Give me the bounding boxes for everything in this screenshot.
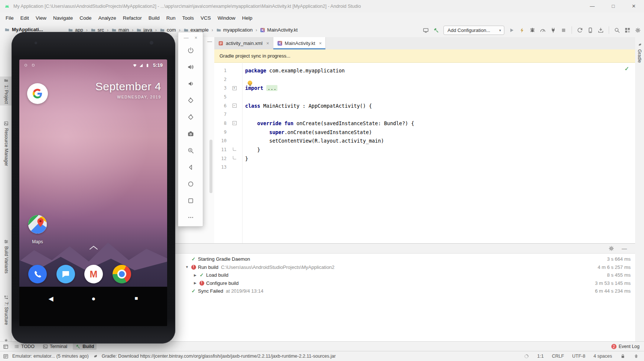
toolwindow-build[interactable]: Build	[73, 343, 97, 350]
close-button[interactable]: ✕	[632, 3, 636, 9]
nav-back-icon[interactable]: ◀	[46, 295, 55, 303]
menu-navigate[interactable]: Navigate	[50, 14, 76, 22]
highlighting-level-icon[interactable]	[634, 354, 639, 359]
fold-toggle-icon[interactable]: −	[232, 104, 237, 108]
sdk-manager-icon[interactable]	[598, 27, 604, 33]
breadcrumb-project-root[interactable]: MyApplicati...	[4, 27, 43, 32]
fold-gutter[interactable]	[227, 157, 242, 159]
minimize-panel-icon[interactable]: —	[622, 245, 627, 251]
code-text[interactable]: super.onCreate(savedInstanceState)	[242, 129, 635, 135]
nav-home-icon[interactable]: ●	[89, 295, 98, 303]
hide-panel-icon[interactable]: —	[207, 39, 212, 44]
emulator-rotate-left-button[interactable]	[178, 92, 203, 109]
app-drawer-chevron-icon[interactable]	[88, 245, 99, 252]
menu-file[interactable]: File	[2, 14, 17, 22]
run-icon[interactable]	[508, 27, 515, 33]
code-text[interactable]: setContentView(R.layout.activity_main)	[242, 138, 635, 144]
editor-tab-mainactivity-kt[interactable]: MainActivity.kt×	[273, 37, 326, 49]
tool-windows-icon[interactable]	[3, 344, 9, 349]
phone-app-icon[interactable]	[28, 265, 47, 283]
toolwindow-terminal[interactable]: Terminal	[40, 343, 70, 350]
menu-build[interactable]: Build	[145, 14, 163, 22]
avd-manager-icon[interactable]	[587, 27, 593, 33]
code-text[interactable]: import ...	[242, 85, 635, 91]
emulator-back-button[interactable]	[178, 159, 203, 176]
fold-gutter[interactable]	[227, 149, 242, 151]
emulator-overview-button[interactable]	[178, 192, 203, 209]
chrome-app-icon[interactable]	[113, 265, 131, 283]
code-text[interactable]: }	[242, 147, 635, 153]
expand-right-icon[interactable]: ▶	[192, 281, 198, 285]
fold-toggle-icon[interactable]: +	[232, 86, 237, 90]
debug-icon[interactable]	[529, 27, 536, 33]
monitor-icon[interactable]	[423, 27, 429, 33]
code-text[interactable]: package com.example.myapplication	[242, 68, 635, 74]
event-log-button[interactable]: 2 Event Log	[611, 344, 640, 349]
fold-gutter[interactable]: −	[227, 104, 242, 108]
menu-view[interactable]: View	[32, 14, 50, 22]
expand-down-icon[interactable]: ▼	[184, 265, 190, 269]
minimize-button[interactable]: —	[590, 3, 595, 9]
emulator-power-button[interactable]	[178, 42, 203, 59]
build-hammer-icon[interactable]	[433, 27, 439, 33]
google-search-widget[interactable]	[27, 83, 48, 104]
sync-gradle-icon[interactable]	[577, 27, 583, 33]
stripe-gradle[interactable]: Gradle	[635, 41, 644, 64]
fold-gutter[interactable]: −	[227, 121, 242, 125]
close-tab-icon[interactable]: ×	[266, 40, 269, 46]
expand-right-icon[interactable]: ▶	[192, 273, 198, 277]
emulator-rotate-right-button[interactable]	[178, 109, 203, 126]
apply-changes-icon[interactable]	[519, 27, 525, 33]
gmail-app-icon[interactable]: M	[84, 265, 103, 283]
menu-vcs[interactable]: VCS	[197, 14, 214, 22]
stripe-7-structure[interactable]: 7: Structure	[0, 293, 12, 326]
editor-tab-activity-main-xml[interactable]: activity_main.xml×	[214, 37, 273, 49]
settings-icon[interactable]	[635, 27, 641, 33]
menu-code[interactable]: Code	[76, 14, 95, 22]
code-text[interactable]: class MainActivity : AppCompatActivity()…	[242, 103, 635, 109]
inspection-status-icon[interactable]: ✓	[624, 65, 629, 72]
indent-indicator[interactable]: 4 spaces	[593, 354, 612, 359]
run-configuration-combo[interactable]: Add Configuration...▾	[443, 26, 504, 35]
search-icon[interactable]	[614, 27, 620, 33]
menu-analyze[interactable]: Analyze	[95, 14, 120, 22]
stripe-build-variants[interactable]: Build Variants	[0, 238, 12, 275]
maps-app-icon[interactable]	[28, 215, 47, 234]
stop-icon[interactable]	[560, 27, 567, 33]
code-editor[interactable]: 1package com.example.myapplication23+imp…	[214, 62, 635, 243]
stripe-resource-manager[interactable]: Resource Manager	[0, 120, 12, 168]
stripe-1-project[interactable]: 1: Project	[0, 77, 12, 105]
project-structure-icon[interactable]	[624, 27, 631, 33]
date-widget[interactable]: September 4 WEDNESDAY, 2019	[95, 80, 161, 99]
emulator-minimize-icon[interactable]: —	[184, 35, 189, 40]
caret-position[interactable]: 1:1	[537, 354, 544, 359]
emulator-more-button[interactable]	[178, 209, 203, 226]
encoding-indicator[interactable]: UTF-8	[572, 354, 585, 359]
lock-icon[interactable]	[620, 354, 625, 359]
emulator-camera-button[interactable]	[178, 126, 203, 142]
menu-tools[interactable]: Tools	[179, 14, 198, 22]
line-ending-indicator[interactable]: CRLF	[552, 354, 564, 359]
emulator-home-button[interactable]	[178, 176, 203, 192]
emulator-close-icon[interactable]: ×	[195, 35, 198, 40]
code-text[interactable]: override fun onCreate(savedInstanceState…	[242, 120, 635, 126]
profile-icon[interactable]	[540, 27, 546, 33]
fold-gutter[interactable]: +	[227, 86, 242, 90]
menu-run[interactable]: Run	[163, 14, 179, 22]
background-tasks-icon[interactable]	[524, 354, 529, 359]
emulator-window[interactable]: 5:19 September 4 WEDNESDAY, 2019	[12, 32, 175, 344]
breadcrumb-mainactivity-kt[interactable]: MainActivity.kt	[259, 27, 299, 33]
messages-app-icon[interactable]	[56, 265, 75, 283]
toolwindow-todo[interactable]: TODO	[12, 343, 37, 350]
breadcrumb-myapplication[interactable]: myapplication	[215, 27, 254, 33]
menu-edit[interactable]: Edit	[17, 14, 32, 22]
emulator-status-text[interactable]: Emulator: emulator... (5 minutes ago)	[12, 354, 89, 359]
emulator-volume-up-button[interactable]	[178, 59, 203, 75]
emulator-volume-down-button[interactable]	[178, 75, 203, 92]
project-scrollbar[interactable]	[209, 140, 212, 193]
attach-debugger-icon[interactable]	[550, 27, 556, 33]
maximize-button[interactable]: □	[612, 3, 615, 9]
window-list-icon[interactable]	[3, 354, 9, 359]
code-text[interactable]: }	[242, 156, 635, 162]
emulator-zoom-button[interactable]	[178, 142, 203, 159]
